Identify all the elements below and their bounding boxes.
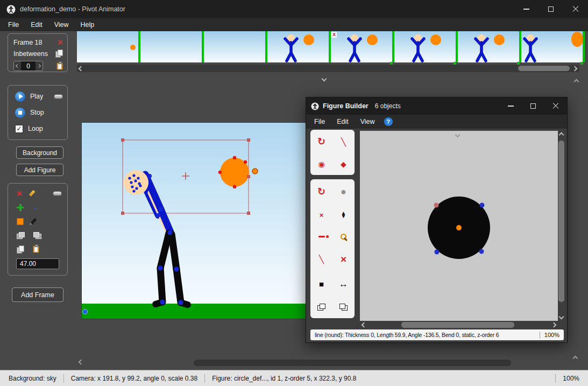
scroll-up-icon[interactable] [574, 79, 579, 85]
stop-button[interactable] [15, 108, 25, 118]
delete-frame-button[interactable]: × [58, 38, 63, 47]
scroll-right-icon[interactable] [551, 322, 557, 328]
scroll-down-icon[interactable] [559, 314, 564, 320]
maximize-button[interactable] [539, 0, 563, 18]
filmstrip-scrollbar[interactable] [77, 65, 579, 72]
builder-menu-file[interactable]: File [308, 118, 331, 125]
builder-canvas-drawing [360, 131, 558, 321]
delete-segment-tool-button[interactable]: × [332, 247, 355, 272]
loop-checkbox[interactable]: ✓ [15, 125, 23, 133]
menubar: File Edit View Help [0, 18, 588, 31]
frame-thumbnail-2[interactable] [140, 31, 202, 62]
menu-view[interactable]: View [48, 18, 75, 31]
figure-opacity-slider[interactable] [53, 191, 62, 196]
stretch-tool-button[interactable]: ↔ [332, 272, 355, 296]
builder-status-text: line (round): Thickness 0, Length 59.9, … [310, 332, 499, 338]
figure-size-input[interactable] [16, 258, 59, 269]
spinner-decrement-button[interactable] [14, 61, 21, 71]
frame-thumbnail-7[interactable] [458, 31, 519, 62]
chevron-right-icon [37, 64, 41, 68]
raise-figure-button[interactable] [17, 232, 25, 239]
sphere-tool-button[interactable]: ● [332, 179, 355, 204]
frame-thumbnail-6[interactable] [394, 31, 456, 62]
rotate-segment-tool-button[interactable]: ↻ [310, 179, 332, 204]
thumbnail-drawing [331, 31, 392, 62]
split-segment-tool-button[interactable]: ◆ [332, 153, 355, 175]
point-circle-tool-button[interactable]: ◉ [310, 153, 332, 175]
scroll-up-icon[interactable] [559, 132, 564, 138]
shorten-segment-tool-button[interactable] [310, 226, 332, 247]
copy-frame-icon[interactable] [55, 50, 63, 58]
frame-thumbnail-8[interactable] [521, 31, 583, 62]
remove-point-tool-button[interactable]: × [310, 204, 332, 226]
scroll-left-icon[interactable] [362, 322, 367, 328]
add-frame-button[interactable]: Add Frame [12, 287, 63, 302]
main-hscroll-thumb[interactable] [194, 360, 511, 366]
play-button[interactable] [15, 92, 25, 102]
line-tool-button[interactable]: ╲ [332, 130, 355, 153]
builder-close-button[interactable] [544, 97, 567, 115]
builder-zoom-label: 100% [544, 332, 564, 338]
add-figure-button[interactable]: Add Figure [16, 164, 63, 176]
filmstrip-scroll-thumb[interactable] [518, 66, 570, 71]
center-figure-button[interactable] [17, 204, 24, 211]
builder-canvas[interactable] [360, 131, 558, 321]
menu-help[interactable]: Help [75, 18, 101, 31]
paste-frame-icon[interactable] [56, 62, 63, 70]
frame-separator [583, 31, 585, 62]
frame-thumbnail-4[interactable] [267, 31, 329, 62]
dash-dot-icon [318, 236, 325, 237]
builder-hscroll[interactable] [360, 321, 558, 329]
scroll-left-icon[interactable] [79, 360, 84, 365]
builder-minimize-button[interactable] [499, 97, 522, 115]
fill-square-tool-button[interactable]: ■ [310, 272, 332, 296]
speed-slider[interactable] [54, 94, 63, 99]
spinner-increment-button[interactable] [36, 61, 42, 71]
background-button[interactable]: Background [16, 146, 63, 159]
frame-thumbnail-1[interactable] [77, 31, 138, 62]
duplicate-tool-button[interactable] [310, 296, 332, 318]
scroll-up-icon[interactable] [573, 356, 578, 361]
figure-color-swatch[interactable] [17, 218, 24, 225]
builder-hscroll-thumb[interactable] [401, 322, 514, 328]
play-icon [19, 94, 23, 99]
paste-figure-button[interactable] [33, 245, 39, 253]
scroll-left-icon[interactable] [79, 66, 84, 71]
edit-colour-button[interactable] [31, 218, 37, 224]
collapse-filmstrip-icon[interactable] [322, 76, 327, 82]
builder-vscroll-thumb[interactable] [558, 141, 564, 302]
flip-figure-button[interactable]: ← [32, 203, 41, 212]
inbetweens-spinner[interactable]: 0 [13, 61, 43, 71]
delete-figure-button[interactable]: × [17, 189, 22, 198]
menu-file[interactable]: File [2, 18, 25, 31]
frame-panel: Frame 18 × Inbetweens 0 [8, 33, 68, 72]
z-order-tool-button[interactable]: ▲ ▼ [332, 204, 355, 226]
duplicate-flip-tool-button[interactable] [332, 296, 355, 318]
close-button[interactable] [563, 0, 588, 18]
builder-maximize-button[interactable] [522, 97, 544, 115]
thumbnail-drawing [394, 31, 456, 62]
horizontal-arrow-icon: ↔ [339, 279, 348, 289]
builder-menu-view[interactable]: View [355, 118, 381, 125]
circle-tool-button[interactable]: ↻ [310, 130, 332, 153]
minimize-button[interactable] [514, 0, 539, 18]
copy-figure-button[interactable] [17, 245, 24, 254]
scroll-right-icon[interactable] [572, 66, 578, 71]
frame-thumbnail-3[interactable] [204, 31, 265, 62]
builder-vscroll[interactable] [557, 131, 565, 321]
frame-thumbnail-5[interactable]: X [331, 31, 392, 62]
statusbar: Background: sky Camera: x 191.8, y 99.2,… [0, 370, 588, 386]
rotate-icon: ↻ [317, 137, 325, 146]
builder-menu-edit[interactable]: Edit [331, 118, 355, 125]
help-button[interactable]: ? [384, 117, 393, 126]
small-x-icon: × [320, 212, 324, 219]
zoom-tool-button[interactable] [332, 226, 355, 247]
menu-edit[interactable]: Edit [25, 18, 48, 31]
dot-circle-icon: ◉ [318, 160, 324, 168]
divider [204, 374, 205, 383]
line-icon: ╲ [341, 138, 346, 146]
frame-number-label: Frame 18 [13, 39, 42, 46]
thin-line-tool-button[interactable]: ╲ [310, 247, 332, 272]
lower-figure-button[interactable] [33, 232, 41, 239]
edit-figure-button[interactable] [29, 190, 36, 196]
